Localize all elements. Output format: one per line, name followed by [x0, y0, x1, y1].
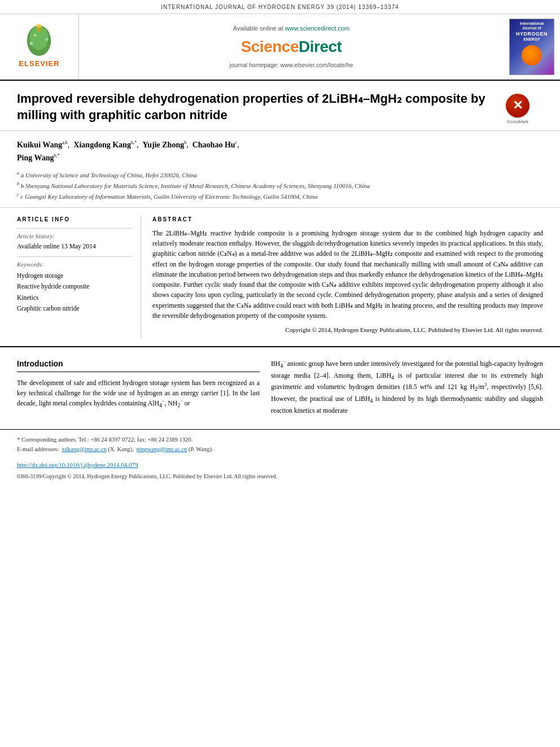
journal-cover-image: International Journal of HYDROGEN ENERGY [509, 19, 554, 75]
available-date: Available online 13 May 2014 [17, 242, 132, 251]
intro-text-right: BH4− anionic group have been under inten… [271, 359, 543, 416]
keywords-label: Keywords: [17, 260, 132, 269]
crossmark-badge[interactable]: ✕ CrossMark [504, 91, 532, 125]
crossmark-icon: ✕ [506, 94, 530, 117]
available-online: Available online at www.sciencedirect.co… [233, 24, 349, 33]
svg-point-7 [34, 34, 36, 37]
authors-section: Kuikui Wanga,b, Xiangdong Kangb,*, Yujie… [0, 131, 560, 208]
author-ping: Ping Wang [17, 154, 54, 162]
elsevier-tree-icon [15, 24, 63, 57]
footnote-star: * Corresponding authors. Tel.: +86 24 83… [17, 435, 543, 445]
sciencedirect-logo: ScienceDirect [241, 36, 342, 58]
affiliation-c: c c Guangxi Key Laboratory of Informatio… [17, 191, 543, 202]
keywords-list: Hydrogen storage Reactive hydride compos… [17, 270, 132, 314]
email-pingwang[interactable]: pingwang@imr.ac.cn [137, 446, 187, 452]
affiliation-b: b b Shenyang National Laboratory for Mat… [17, 181, 543, 191]
introduction-title: Introduction [17, 359, 260, 372]
header-block: ELSEVIER Available online at www.science… [0, 14, 560, 81]
footer-copyright: 0360-3199/Copyright © 2014, Hydrogen Ene… [0, 471, 560, 486]
sciencedirect-link[interactable]: www.sciencedirect.com [285, 25, 349, 32]
article-title-section: Improved reversible dehydrogenation prop… [0, 81, 560, 131]
keyword-4: Graphitic carbon nitride [17, 303, 132, 314]
footer-doi: http://dx.doi.org/10.1016/j.ijhydene.201… [0, 457, 560, 471]
footnote-section: * Corresponding authors. Tel.: +86 24 83… [0, 429, 560, 458]
svg-point-6 [45, 38, 48, 41]
journal-name: INTERNATIONAL JOURNAL OF HYDROGEN ENERGY… [161, 4, 399, 10]
footnote-email: E-mail addresses: xdkang@imr.ac.cn (X. K… [17, 445, 543, 455]
author-xiangdong: Xiangdong Kang [73, 141, 131, 149]
history-label: Article history: [17, 232, 132, 241]
content-columns: ARTICLE INFO Article history: Available … [0, 208, 560, 348]
article-title-text: Improved reversible dehydrogenation prop… [17, 91, 498, 123]
affiliation-a: a a University of Science and Technology… [17, 170, 543, 180]
cover-title: International Journal of HYDROGEN ENERGY [516, 21, 548, 42]
elsevier-logo: ELSEVIER [0, 14, 79, 80]
email-xdkang[interactable]: xdkang@imr.ac.cn [62, 446, 107, 452]
abstract-text: The 2LiBH₄–MgH₂ reactive hydride composi… [152, 228, 543, 335]
journal-header: INTERNATIONAL JOURNAL OF HYDROGEN ENERGY… [0, 0, 560, 14]
cover-circle-decoration [522, 45, 542, 65]
header-center: Available online at www.sciencedirect.co… [79, 14, 504, 80]
keyword-3: Kinetics [17, 292, 132, 304]
keyword-2: Reactive hydride composite [17, 281, 132, 292]
abstract-heading: ABSTRACT [152, 216, 543, 224]
author-yujie: Yujie Zhong [142, 141, 184, 149]
article-info: ARTICLE INFO Article history: Available … [17, 216, 141, 339]
author-kuikui: Kuikui Wang [17, 141, 62, 149]
intro-text-left: The development of safe and efficient hy… [17, 378, 260, 410]
body-left: Introduction The development of safe and… [17, 359, 260, 420]
article-info-heading: ARTICLE INFO [17, 216, 132, 224]
svg-point-4 [36, 24, 42, 28]
abstract-copyright: Copyright © 2014, Hydrogen Energy Public… [152, 325, 543, 335]
journal-cover: International Journal of HYDROGEN ENERGY [504, 14, 560, 80]
keyword-1: Hydrogen storage [17, 270, 132, 282]
elsevier-label: ELSEVIER [19, 59, 59, 69]
body-content: Introduction The development of safe and… [0, 347, 560, 429]
author-chaohao: Chaohao Hu [193, 141, 235, 149]
journal-homepage: journal homepage: www.elsevier.com/locat… [230, 61, 353, 69]
crossmark-label: CrossMark [507, 119, 529, 125]
abstract-section: ABSTRACT The 2LiBH₄–MgH₂ reactive hydrid… [152, 216, 543, 339]
doi-link[interactable]: http://dx.doi.org/10.1016/j.ijhydene.201… [17, 461, 138, 468]
authors-line: Kuikui Wanga,b, Xiangdong Kangb,*, Yujie… [17, 139, 543, 164]
body-right: BH4− anionic group have been under inten… [271, 359, 543, 420]
svg-point-5 [30, 42, 33, 45]
article-title: Improved reversible dehydrogenation prop… [17, 91, 498, 123]
